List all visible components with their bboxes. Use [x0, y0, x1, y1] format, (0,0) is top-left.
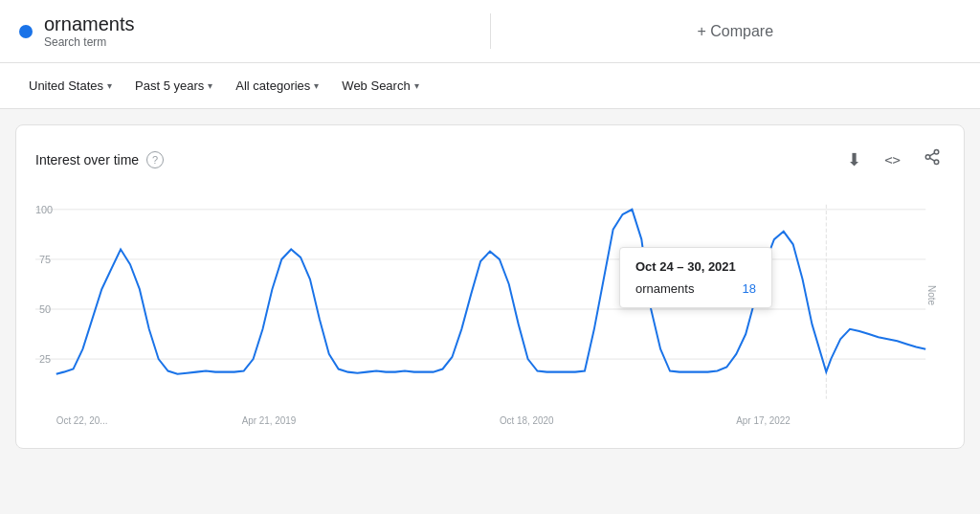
svg-point-2 [934, 160, 939, 165]
share-icon [924, 150, 941, 169]
blue-dot-indicator [19, 25, 33, 38]
compare-button[interactable]: + Compare [685, 15, 785, 48]
time-range-filter[interactable]: Past 5 years ▾ [125, 73, 222, 99]
embed-icon: <> [884, 152, 901, 168]
svg-text:75: 75 [39, 254, 51, 265]
svg-point-1 [925, 155, 930, 160]
svg-line-3 [929, 158, 934, 161]
search-type-label: Web Search [342, 78, 410, 93]
svg-text:50: 50 [39, 303, 51, 315]
time-range-label: Past 5 years [135, 78, 204, 93]
svg-text:Oct 22, 20...: Oct 22, 20... [56, 415, 108, 426]
search-term-text: ornaments Search term [44, 13, 135, 49]
main-content: Interest over time ? ⬇ <> [0, 109, 980, 464]
chart-card: Interest over time ? ⬇ <> [15, 124, 965, 449]
search-type-filter[interactable]: Web Search ▾ [332, 73, 428, 99]
chart-title-area: Interest over time ? [35, 151, 164, 168]
compare-area: + Compare [491, 15, 962, 48]
chart-header: Interest over time ? ⬇ <> [35, 145, 945, 174]
top-bar: ornaments Search term + Compare [0, 0, 980, 63]
time-chevron-icon: ▾ [208, 80, 212, 91]
category-filter[interactable]: All categories ▾ [226, 73, 328, 99]
chart-title: Interest over time [35, 152, 139, 168]
svg-text:25: 25 [39, 353, 51, 365]
help-icon[interactable]: ? [146, 151, 164, 168]
svg-text:100: 100 [35, 204, 53, 215]
compare-label: + Compare [697, 23, 773, 40]
embed-button[interactable]: <> [880, 145, 904, 173]
category-chevron-icon: ▾ [314, 80, 319, 91]
svg-text:Apr 17, 2022: Apr 17, 2022 [736, 415, 791, 426]
filters-bar: United States ▾ Past 5 years ▾ All categ… [0, 63, 980, 109]
download-button[interactable]: ⬇ [843, 145, 865, 174]
chart-svg: 100 75 50 25 Oct 22, 20... Apr 21, 2019 … [35, 190, 945, 429]
chart-actions: ⬇ <> [843, 145, 945, 174]
download-icon: ⬇ [847, 150, 861, 169]
chart-container: 100 75 50 25 Oct 22, 20... Apr 21, 2019 … [35, 190, 945, 429]
share-button[interactable] [920, 145, 945, 174]
search-type-chevron-icon: ▾ [414, 80, 419, 91]
region-filter[interactable]: United States ▾ [19, 73, 122, 99]
svg-point-0 [934, 150, 939, 155]
note-label: Note [926, 285, 937, 305]
region-chevron-icon: ▾ [107, 80, 112, 91]
svg-text:Oct 18, 2020: Oct 18, 2020 [500, 415, 554, 426]
search-term-area: ornaments Search term [19, 13, 491, 49]
term-name: ornaments [44, 13, 135, 35]
region-label: United States [29, 78, 103, 93]
term-type: Search term [44, 35, 135, 49]
svg-text:Apr 21, 2019: Apr 21, 2019 [242, 415, 297, 426]
category-label: All categories [235, 78, 310, 93]
svg-line-4 [929, 153, 934, 156]
